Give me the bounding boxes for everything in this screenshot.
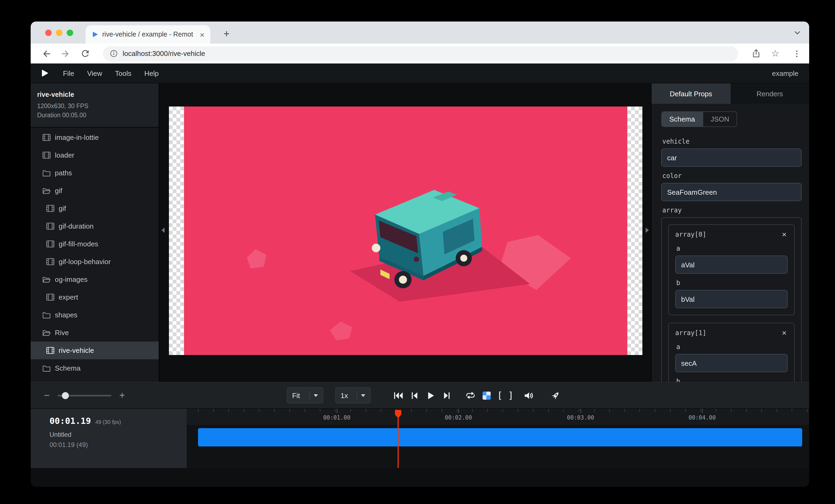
composition-info: rive-vehicle 1200x630, 30 FPS Duration 0… <box>30 83 159 127</box>
render-rocket-button[interactable] <box>549 387 563 403</box>
sidebar-item-image-in-lottie[interactable]: image-in-lottie <box>30 129 159 146</box>
vehicle-input[interactable]: car <box>661 148 802 167</box>
volume-button[interactable] <box>522 387 535 403</box>
set-out-point-button[interactable]: ] <box>506 390 516 401</box>
menu-tools[interactable]: Tools <box>109 69 138 77</box>
track-name: Untitled <box>49 431 187 438</box>
site-info-icon[interactable] <box>109 49 118 58</box>
tab-search-chevron-icon[interactable] <box>793 28 802 39</box>
sidebar-item-schema[interactable]: Schema <box>30 359 159 377</box>
forward-button[interactable] <box>60 48 72 59</box>
composition-list: image-in-lottie loader paths gif <box>30 127 159 377</box>
sidebar-item-loader[interactable]: loader <box>30 146 159 164</box>
zoom-slider-knob[interactable] <box>62 392 69 399</box>
sidebar-item-og-images[interactable]: og-images <box>30 271 159 288</box>
jump-to-start-button[interactable] <box>391 387 405 403</box>
tab-renders[interactable]: Renders <box>730 83 809 104</box>
collapse-sidebar-handle[interactable] <box>161 228 165 233</box>
film-icon <box>46 258 54 265</box>
back-button[interactable] <box>40 48 52 59</box>
status-strip <box>30 468 809 487</box>
app-logo-icon[interactable] <box>40 69 49 78</box>
minimize-window-button[interactable] <box>56 29 62 36</box>
sidebar-item-gif-loop-behavior[interactable]: gif-loop-behavior <box>30 253 159 271</box>
playback-speed-select[interactable]: 1x <box>335 387 371 403</box>
browser-menu-button[interactable] <box>791 48 803 59</box>
transparency-checkerboard <box>627 106 643 355</box>
menu-file[interactable]: File <box>57 69 81 77</box>
tab-default-props[interactable]: Default Props <box>652 83 730 104</box>
sidebar-item-gif-fill-modes[interactable]: gif-fill-modes <box>30 235 159 253</box>
folder-icon <box>42 365 50 372</box>
browser-tab-strip: rive-vehicle / example - Remot × + <box>30 22 809 44</box>
zoom-out-button[interactable]: − <box>42 390 51 401</box>
array0-a-input[interactable]: aVal <box>675 255 788 274</box>
props-form: Schema JSON vehicle car color SeaFoamGre… <box>652 104 809 382</box>
ruler-label: 00:03.00 <box>567 414 594 421</box>
transparency-toggle-button[interactable] <box>480 387 493 403</box>
timeline-track-bar[interactable] <box>198 428 802 446</box>
sidebar-item-label: shapes <box>55 311 78 319</box>
close-window-button[interactable] <box>45 29 52 36</box>
remove-array-item-button[interactable]: × <box>781 328 788 338</box>
sidebar-item-label: rive-vehicle <box>59 346 94 355</box>
film-icon <box>46 223 54 230</box>
vehicle-illustration <box>184 106 627 355</box>
set-in-point-button[interactable]: [ <box>494 390 506 401</box>
toggle-schema[interactable]: Schema <box>662 112 702 126</box>
collapse-props-handle[interactable] <box>646 228 649 233</box>
composition-duration: Duration 00:05.00 <box>37 111 152 120</box>
sidebar-item-rive-vehicle[interactable]: rive-vehicle <box>30 341 159 359</box>
sidebar-item-gif-folder[interactable]: gif <box>30 182 159 200</box>
sidebar-item-gif-duration[interactable]: gif-duration <box>30 217 159 235</box>
new-tab-button[interactable]: + <box>220 27 233 40</box>
sidebar-item-paths[interactable]: paths <box>30 164 159 182</box>
field-label-a: a <box>676 245 788 252</box>
fit-select[interactable]: Fit <box>287 387 323 403</box>
sidebar-item-label: gif <box>55 187 62 195</box>
zoom-slider[interactable] <box>58 395 111 396</box>
play-button[interactable] <box>423 387 437 403</box>
previous-frame-button[interactable] <box>407 387 421 403</box>
timeline-ruler[interactable]: 00:01.00 00:02.00 00:03.00 00:04.00 <box>187 409 809 425</box>
playhead-line[interactable] <box>398 410 399 468</box>
sidebar-item-gif[interactable]: gif <box>30 200 159 217</box>
menu-help[interactable]: Help <box>138 69 165 77</box>
array1-a-input[interactable]: secA <box>675 354 788 372</box>
array-item-name: array[1] <box>675 329 707 336</box>
remove-array-item-button[interactable]: × <box>781 229 788 239</box>
field-label-vehicle: vehicle <box>662 138 802 145</box>
url-text: localhost:3000/rive-vehicle <box>123 49 205 58</box>
array-group: array[0] × a aVal b bVal array[1] <box>661 217 802 382</box>
sidebar-item-shapes[interactable]: shapes <box>30 306 159 324</box>
sidebar-item-label: loader <box>55 151 74 159</box>
film-icon <box>42 152 50 159</box>
film-icon <box>42 134 50 141</box>
timeline-tracks[interactable]: 00:01.00 00:02.00 00:03.00 00:04.00 <box>187 409 809 468</box>
share-button[interactable] <box>750 48 762 59</box>
menu-view[interactable]: View <box>81 69 109 77</box>
sidebar-item-rive-folder[interactable]: Rive <box>30 324 159 341</box>
project-name-label: example <box>772 69 798 77</box>
jump-to-end-button[interactable] <box>440 387 453 403</box>
address-bar[interactable]: localhost:3000/rive-vehicle <box>103 46 738 61</box>
array-item-1: array[1] × a secA b <box>668 323 795 382</box>
field-label-array: array <box>662 207 802 214</box>
bookmark-star-button[interactable]: ☆ <box>769 48 781 59</box>
array-item-name: array[0] <box>675 230 707 238</box>
track-time: 00:01.19 (49) <box>49 441 187 448</box>
reload-button[interactable] <box>79 48 91 59</box>
browser-tab[interactable]: rive-vehicle / example - Remot × <box>85 25 210 44</box>
sidebar-item-label: Schema <box>55 364 80 372</box>
array0-b-input[interactable]: bVal <box>675 290 788 308</box>
toggle-json[interactable]: JSON <box>702 112 736 126</box>
tab-close-icon[interactable]: × <box>198 30 206 39</box>
folder-open-icon <box>42 329 50 336</box>
loop-toggle-button[interactable] <box>463 387 477 403</box>
playhead-pin[interactable] <box>395 410 401 415</box>
maximize-window-button[interactable] <box>67 29 73 36</box>
sidebar-item-label: image-in-lottie <box>55 133 99 142</box>
sidebar-item-expert[interactable]: expert <box>30 288 159 306</box>
zoom-in-button[interactable]: + <box>118 390 126 401</box>
color-input[interactable]: SeaFoamGreen <box>661 183 802 201</box>
